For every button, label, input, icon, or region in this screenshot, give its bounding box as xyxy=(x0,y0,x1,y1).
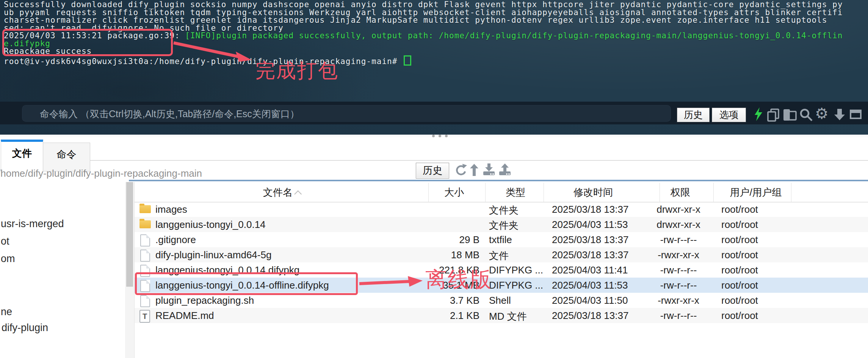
copy-icon[interactable] xyxy=(766,108,782,122)
column-header-mtime[interactable]: 修改时间 xyxy=(573,186,613,199)
download-file-icon[interactable] xyxy=(482,163,496,177)
upload-file-icon[interactable] xyxy=(498,163,512,177)
tab-files[interactable]: 文件 xyxy=(1,140,43,171)
terminal-lower-strip xyxy=(0,124,868,135)
command-input[interactable]: 命令输入 （双击Ctrl切换,Alt历史,Tab路径/命令,Esc关闭窗口） xyxy=(22,105,671,122)
parent-folder-icon[interactable] xyxy=(469,163,479,177)
table-row[interactable]: images 文件夹 2025/03/18 13:37 drwxr-xr-x r… xyxy=(135,202,868,217)
path-input[interactable]: /home/dify-plugin/dify-plugin-repackagin… xyxy=(0,168,202,179)
column-divider xyxy=(544,183,544,202)
refresh-icon[interactable] xyxy=(454,164,467,177)
column-divider xyxy=(791,183,791,202)
table-row[interactable]: T README.md 2.1 KB MD 文件 2025/03/18 13:3… xyxy=(135,308,868,323)
ssh-client-window: Successfully downloaded dify_plugin sock… xyxy=(0,0,868,358)
lightning-icon[interactable] xyxy=(752,107,766,121)
column-divider xyxy=(713,183,714,202)
tree-item[interactable]: ne xyxy=(1,306,12,318)
column-header-name[interactable]: 文件名 xyxy=(263,186,302,199)
folder-icon xyxy=(139,205,151,213)
tab-commands[interactable]: 命令 xyxy=(43,143,90,171)
folder-icon xyxy=(139,220,151,228)
paste-icon[interactable] xyxy=(782,108,798,122)
search-icon[interactable] xyxy=(799,108,813,122)
annotation-text-packaged: 完成打包 xyxy=(255,58,339,84)
text-file-icon: T xyxy=(139,310,150,323)
tabstrip-divider xyxy=(90,160,868,161)
annotation-arrow-packaged xyxy=(0,0,868,102)
column-divider xyxy=(428,183,429,202)
window-icon[interactable] xyxy=(849,108,863,121)
settings-gear-icon[interactable]: ⚙ xyxy=(815,105,829,122)
path-history-button[interactable]: 历史 xyxy=(416,163,449,179)
tree-item[interactable]: ot xyxy=(1,236,9,247)
splitter-handle-icon[interactable] xyxy=(432,135,448,137)
column-header-perm[interactable]: 权限 xyxy=(671,186,690,199)
file-icon xyxy=(140,234,150,247)
pathbar-divider xyxy=(129,180,868,181)
table-row[interactable]: langgenius-tongyi_0.0.14 文件夹 2025/04/03 … xyxy=(135,217,868,232)
file-manager-panel: 文件 命令 /home/dify-plugin/dify-plugin-repa… xyxy=(0,137,868,358)
tree-item[interactable]: usr-is-merged xyxy=(1,218,64,230)
terminal-options-button[interactable]: 选项 xyxy=(712,108,746,122)
column-header-owner[interactable]: 用户/用户组 xyxy=(730,186,782,199)
column-header-type[interactable]: 类型 xyxy=(506,186,525,199)
tree-item[interactable]: dify-plugin xyxy=(2,322,48,334)
sort-asc-icon xyxy=(294,190,302,198)
table-row[interactable]: .gitignore 29 B txtfile 2025/03/18 13:37… xyxy=(135,232,868,247)
column-divider xyxy=(660,183,660,202)
annotation-text-offline: 离线版 xyxy=(425,265,492,294)
file-table-header: 文件名 大小 类型 修改时间 权限 用户/用户组 xyxy=(135,182,868,203)
column-header-size[interactable]: 大小 xyxy=(444,186,464,199)
download-arrow-icon[interactable] xyxy=(833,108,846,121)
terminal-history-button[interactable]: 历史 xyxy=(677,108,710,122)
column-divider xyxy=(485,183,486,202)
